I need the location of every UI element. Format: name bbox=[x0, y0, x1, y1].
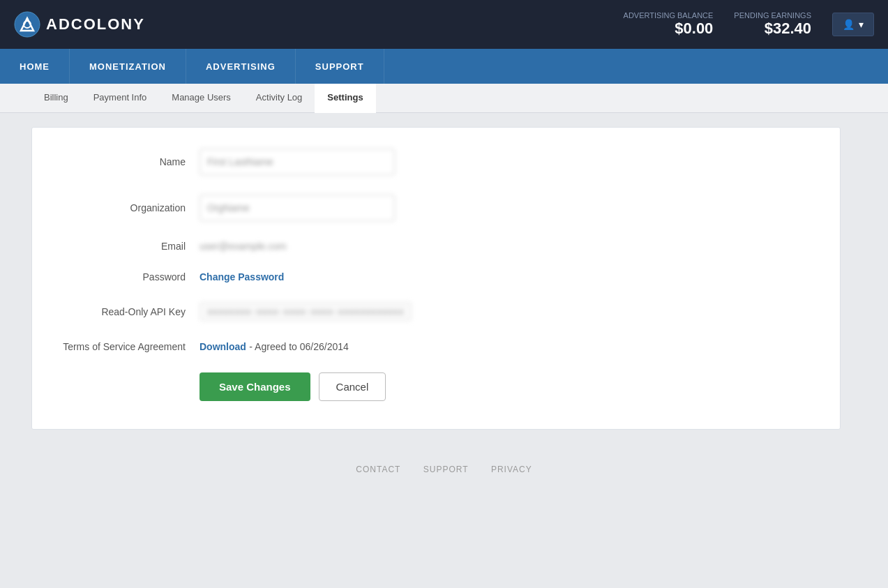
button-row: Save Changes Cancel bbox=[60, 372, 812, 401]
content-area: Name Organization Email user@example.com… bbox=[0, 113, 888, 444]
nav-support[interactable]: SUPPORT bbox=[296, 49, 384, 84]
tab-activity-log[interactable]: Activity Log bbox=[243, 84, 315, 113]
logo-text: ADCOLONY bbox=[46, 15, 145, 33]
footer-privacy-link[interactable]: PRIVACY bbox=[491, 465, 532, 474]
tos-download-link[interactable]: Download bbox=[200, 341, 246, 352]
pending-earnings-value: $32.40 bbox=[734, 20, 811, 38]
settings-form-card: Name Organization Email user@example.com… bbox=[31, 127, 841, 430]
tab-billing[interactable]: Billing bbox=[31, 84, 81, 113]
tabs-bar: Billing Payment Info Manage Users Activi… bbox=[0, 84, 888, 113]
tos-row: Terms of Service Agreement Download - Ag… bbox=[60, 340, 812, 353]
nav-home[interactable]: HOME bbox=[0, 49, 70, 84]
main-nav: HOME MONETIZATION ADVERTISING SUPPORT bbox=[0, 49, 888, 84]
cancel-button[interactable]: Cancel bbox=[319, 372, 386, 401]
change-password-link[interactable]: Change Password bbox=[200, 271, 284, 282]
user-menu-button[interactable]: 👤 ▾ bbox=[832, 13, 874, 36]
name-input[interactable] bbox=[200, 149, 395, 175]
nav-monetization[interactable]: MONETIZATION bbox=[70, 49, 186, 84]
save-changes-button[interactable]: Save Changes bbox=[200, 372, 310, 401]
email-value: user@example.com bbox=[200, 241, 287, 252]
organization-label: Organization bbox=[60, 202, 200, 213]
logo-icon bbox=[14, 11, 40, 38]
pending-earnings-label: Pending Earnings bbox=[734, 11, 811, 20]
email-row: Email user@example.com bbox=[60, 241, 812, 252]
advertising-balance-label: Advertising Balance bbox=[624, 11, 714, 20]
tos-content: Download - Agreed to 06/26/2014 bbox=[200, 340, 349, 353]
password-label: Password bbox=[60, 271, 200, 282]
tab-settings[interactable]: Settings bbox=[315, 84, 375, 113]
footer-support-link[interactable]: SUPPORT bbox=[423, 465, 469, 474]
tab-payment-info[interactable]: Payment Info bbox=[81, 84, 160, 113]
password-row: Password Change Password bbox=[60, 271, 812, 282]
tos-label: Terms of Service Agreement bbox=[60, 341, 200, 352]
organization-row: Organization bbox=[60, 195, 812, 221]
logo-area: ADCOLONY bbox=[14, 11, 145, 38]
user-icon: 👤 bbox=[843, 19, 855, 30]
name-label: Name bbox=[60, 156, 200, 167]
nav-advertising[interactable]: ADVERTISING bbox=[186, 49, 296, 84]
advertising-balance-block: Advertising Balance $0.00 bbox=[624, 11, 714, 38]
header: ADCOLONY Advertising Balance $0.00 Pendi… bbox=[0, 0, 888, 49]
api-key-row: Read-Only API Key xxxxxxxx-xxxx-xxxx-xxx… bbox=[60, 302, 812, 321]
footer-contact-link[interactable]: CONTACT bbox=[356, 465, 400, 474]
pending-earnings-block: Pending Earnings $32.40 bbox=[734, 11, 811, 38]
footer: CONTACT SUPPORT PRIVACY bbox=[0, 444, 888, 488]
email-label: Email bbox=[60, 241, 200, 252]
name-row: Name bbox=[60, 149, 812, 175]
tos-agreed-text: - Agreed to 06/26/2014 bbox=[249, 341, 348, 352]
advertising-balance-value: $0.00 bbox=[624, 20, 714, 38]
api-key-value: xxxxxxxx-xxxx-xxxx-xxxx-xxxxxxxxxxxx bbox=[200, 302, 412, 321]
api-key-label: Read-Only API Key bbox=[60, 306, 200, 317]
svg-point-0 bbox=[15, 12, 40, 37]
organization-input[interactable] bbox=[200, 195, 395, 221]
header-right: Advertising Balance $0.00 Pending Earnin… bbox=[624, 11, 874, 38]
tab-manage-users[interactable]: Manage Users bbox=[159, 84, 243, 113]
user-dropdown-arrow: ▾ bbox=[859, 19, 864, 30]
